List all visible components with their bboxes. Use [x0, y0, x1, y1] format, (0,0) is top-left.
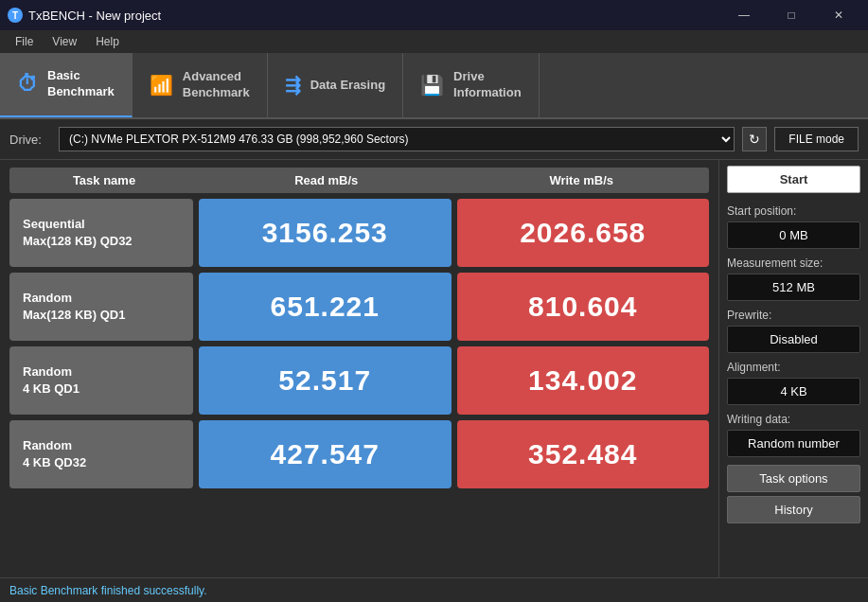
- alignment-value[interactable]: 4 KB: [727, 378, 860, 405]
- sidebar: Start Start position: 0 MB Measurement s…: [718, 160, 868, 577]
- menu-view[interactable]: View: [44, 33, 84, 50]
- alignment-label: Alignment:: [727, 361, 860, 374]
- tab-advanced-benchmark[interactable]: 📶 AdvancedBenchmark: [133, 53, 268, 117]
- history-button[interactable]: History: [727, 496, 860, 523]
- write-random-128-qd1: 810.604: [457, 273, 710, 341]
- table-row: SequentialMax(128 KB) QD32 3156.253 2026…: [9, 199, 709, 267]
- header-write: Write mB/s: [454, 173, 710, 187]
- start-position-label: Start position:: [727, 204, 860, 218]
- writing-data-label: Writing data:: [727, 413, 860, 426]
- table-row: Random4 KB QD32 427.547 352.484: [9, 420, 709, 488]
- drive-information-icon: 💾: [420, 74, 444, 97]
- task-random-4kb-qd32: Random4 KB QD32: [9, 420, 193, 488]
- task-options-button[interactable]: Task options: [727, 465, 860, 492]
- task-random-4kb-qd1: Random4 KB QD1: [9, 346, 193, 415]
- file-mode-button[interactable]: FILE mode: [774, 127, 859, 151]
- window-controls: — □ ✕: [722, 0, 860, 30]
- content-row: Task name Read mB/s Write mB/s Sequentia…: [0, 160, 868, 577]
- maximize-button[interactable]: □: [770, 0, 813, 30]
- data-erasing-icon: ⇶: [285, 74, 301, 97]
- advanced-benchmark-icon: 📶: [150, 74, 173, 97]
- header-read: Read mB/s: [199, 173, 454, 187]
- main-content: Drive: (C:) NVMe PLEXTOR PX-512M9 476.33…: [0, 119, 868, 602]
- window-title: TxBENCH - New project: [28, 9, 722, 23]
- menu-file[interactable]: File: [8, 33, 41, 50]
- read-sequential: 3156.253: [199, 199, 452, 267]
- header-task: Task name: [9, 173, 199, 187]
- drive-label: Drive:: [9, 133, 51, 147]
- measurement-size-value[interactable]: 512 MB: [727, 274, 860, 301]
- write-random-4kb-qd32: 352.484: [457, 420, 710, 488]
- drive-select[interactable]: (C:) NVMe PLEXTOR PX-512M9 476.33 GB (99…: [59, 127, 735, 151]
- menu-help[interactable]: Help: [88, 33, 127, 50]
- task-sequential: SequentialMax(128 KB) QD32: [9, 199, 193, 267]
- tab-data-erasing[interactable]: ⇶ Data Erasing: [268, 53, 403, 117]
- advanced-benchmark-label: AdvancedBenchmark: [183, 69, 250, 101]
- toolbar: ⏱ BasicBenchmark 📶 AdvancedBenchmark ⇶ D…: [0, 53, 868, 119]
- measurement-size-label: Measurement size:: [727, 257, 860, 270]
- minimize-button[interactable]: —: [722, 0, 766, 30]
- basic-benchmark-icon: ⏱: [17, 72, 38, 97]
- tab-drive-information[interactable]: 💾 DriveInformation: [403, 53, 540, 117]
- status-text: Basic Benchmark finished successfully.: [9, 584, 207, 597]
- start-button[interactable]: Start: [727, 166, 860, 193]
- close-button[interactable]: ✕: [817, 0, 860, 30]
- statusbar: Basic Benchmark finished successfully.: [0, 577, 868, 602]
- table-row: Random4 KB QD1 52.517 134.002: [9, 346, 709, 415]
- write-random-4kb-qd1: 134.002: [457, 346, 710, 415]
- titlebar: T TxBENCH - New project — □ ✕: [0, 0, 868, 30]
- data-erasing-label: Data Erasing: [310, 78, 385, 94]
- drive-information-label: DriveInformation: [453, 69, 522, 101]
- read-random-4kb-qd1: 52.517: [199, 346, 452, 415]
- benchmark-area: Task name Read mB/s Write mB/s Sequentia…: [0, 160, 718, 577]
- table-header: Task name Read mB/s Write mB/s: [9, 168, 709, 193]
- prewrite-label: Prewrite:: [727, 309, 860, 322]
- table-row: RandomMax(128 KB) QD1 651.221 810.604: [9, 273, 709, 341]
- start-position-value[interactable]: 0 MB: [727, 221, 860, 249]
- app-icon: T: [8, 8, 23, 23]
- read-random-4kb-qd32: 427.547: [199, 420, 452, 488]
- read-random-128-qd1: 651.221: [199, 273, 452, 341]
- basic-benchmark-label: BasicBenchmark: [47, 68, 115, 100]
- refresh-button[interactable]: ↻: [742, 127, 767, 151]
- tab-basic-benchmark[interactable]: ⏱ BasicBenchmark: [0, 53, 133, 117]
- menubar: File View Help: [0, 30, 868, 53]
- write-sequential: 2026.658: [457, 199, 710, 267]
- task-random-128-qd1: RandomMax(128 KB) QD1: [9, 273, 193, 341]
- prewrite-value[interactable]: Disabled: [727, 326, 860, 353]
- drivebar: Drive: (C:) NVMe PLEXTOR PX-512M9 476.33…: [0, 119, 868, 160]
- writing-data-value[interactable]: Random number: [727, 430, 860, 457]
